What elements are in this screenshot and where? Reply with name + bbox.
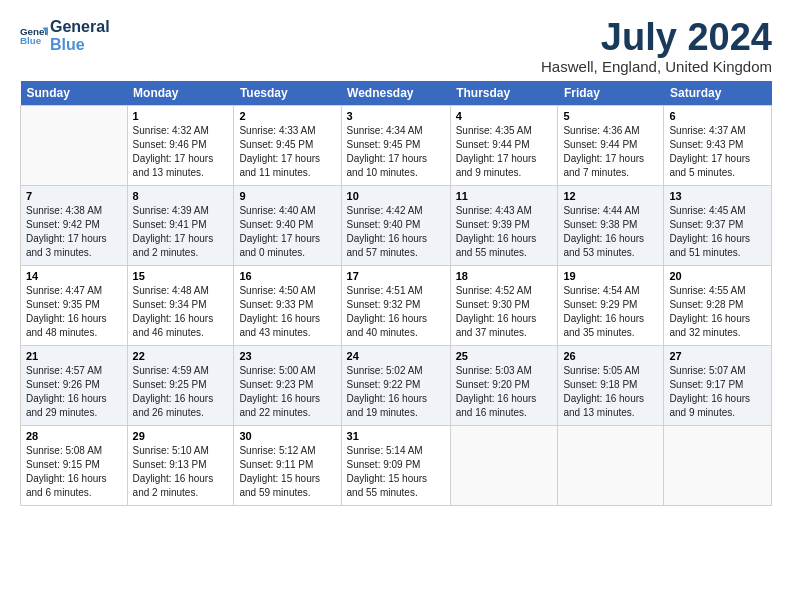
calendar-cell: 20Sunrise: 4:55 AMSunset: 9:28 PMDayligh… — [664, 266, 772, 346]
day-info: Sunrise: 4:59 AMSunset: 9:25 PMDaylight:… — [133, 364, 229, 420]
calendar-cell: 14Sunrise: 4:47 AMSunset: 9:35 PMDayligh… — [21, 266, 128, 346]
day-info: Sunrise: 4:39 AMSunset: 9:41 PMDaylight:… — [133, 204, 229, 260]
calendar-cell: 23Sunrise: 5:00 AMSunset: 9:23 PMDayligh… — [234, 346, 341, 426]
day-number: 22 — [133, 350, 229, 362]
calendar-body: 1Sunrise: 4:32 AMSunset: 9:46 PMDaylight… — [21, 106, 772, 506]
day-info: Sunrise: 4:34 AMSunset: 9:45 PMDaylight:… — [347, 124, 445, 180]
header-row: Sunday Monday Tuesday Wednesday Thursday… — [21, 81, 772, 106]
day-number: 5 — [563, 110, 658, 122]
day-number: 28 — [26, 430, 122, 442]
day-info: Sunrise: 5:14 AMSunset: 9:09 PMDaylight:… — [347, 444, 445, 500]
day-info: Sunrise: 4:42 AMSunset: 9:40 PMDaylight:… — [347, 204, 445, 260]
day-number: 25 — [456, 350, 553, 362]
calendar-cell: 7Sunrise: 4:38 AMSunset: 9:42 PMDaylight… — [21, 186, 128, 266]
day-info: Sunrise: 4:51 AMSunset: 9:32 PMDaylight:… — [347, 284, 445, 340]
title-block: July 2024 Haswell, England, United Kingd… — [541, 18, 772, 75]
calendar-cell: 28Sunrise: 5:08 AMSunset: 9:15 PMDayligh… — [21, 426, 128, 506]
day-number: 21 — [26, 350, 122, 362]
day-info: Sunrise: 4:57 AMSunset: 9:26 PMDaylight:… — [26, 364, 122, 420]
calendar-cell: 2Sunrise: 4:33 AMSunset: 9:45 PMDaylight… — [234, 106, 341, 186]
day-number: 14 — [26, 270, 122, 282]
day-info: Sunrise: 4:43 AMSunset: 9:39 PMDaylight:… — [456, 204, 553, 260]
calendar-cell — [21, 106, 128, 186]
day-number: 15 — [133, 270, 229, 282]
day-number: 4 — [456, 110, 553, 122]
month-title: July 2024 — [541, 18, 772, 56]
day-info: Sunrise: 4:37 AMSunset: 9:43 PMDaylight:… — [669, 124, 766, 180]
calendar-cell: 17Sunrise: 4:51 AMSunset: 9:32 PMDayligh… — [341, 266, 450, 346]
day-info: Sunrise: 4:35 AMSunset: 9:44 PMDaylight:… — [456, 124, 553, 180]
day-info: Sunrise: 5:03 AMSunset: 9:20 PMDaylight:… — [456, 364, 553, 420]
header-sunday: Sunday — [21, 81, 128, 106]
calendar-week-row: 7Sunrise: 4:38 AMSunset: 9:42 PMDaylight… — [21, 186, 772, 266]
day-number: 26 — [563, 350, 658, 362]
day-number: 13 — [669, 190, 766, 202]
day-number: 31 — [347, 430, 445, 442]
day-number: 27 — [669, 350, 766, 362]
calendar-cell: 21Sunrise: 4:57 AMSunset: 9:26 PMDayligh… — [21, 346, 128, 426]
calendar-cell: 25Sunrise: 5:03 AMSunset: 9:20 PMDayligh… — [450, 346, 558, 426]
day-info: Sunrise: 4:45 AMSunset: 9:37 PMDaylight:… — [669, 204, 766, 260]
calendar-cell: 5Sunrise: 4:36 AMSunset: 9:44 PMDaylight… — [558, 106, 664, 186]
day-number: 3 — [347, 110, 445, 122]
day-info: Sunrise: 4:44 AMSunset: 9:38 PMDaylight:… — [563, 204, 658, 260]
calendar-cell: 3Sunrise: 4:34 AMSunset: 9:45 PMDaylight… — [341, 106, 450, 186]
page-container: General Blue General Blue July 2024 Hasw… — [0, 0, 792, 516]
day-info: Sunrise: 4:50 AMSunset: 9:33 PMDaylight:… — [239, 284, 335, 340]
day-number: 19 — [563, 270, 658, 282]
logo: General Blue General Blue — [20, 18, 110, 53]
day-info: Sunrise: 5:02 AMSunset: 9:22 PMDaylight:… — [347, 364, 445, 420]
day-info: Sunrise: 5:10 AMSunset: 9:13 PMDaylight:… — [133, 444, 229, 500]
calendar-cell: 8Sunrise: 4:39 AMSunset: 9:41 PMDaylight… — [127, 186, 234, 266]
calendar-cell: 24Sunrise: 5:02 AMSunset: 9:22 PMDayligh… — [341, 346, 450, 426]
day-number: 24 — [347, 350, 445, 362]
day-info: Sunrise: 4:33 AMSunset: 9:45 PMDaylight:… — [239, 124, 335, 180]
day-number: 8 — [133, 190, 229, 202]
calendar-cell: 31Sunrise: 5:14 AMSunset: 9:09 PMDayligh… — [341, 426, 450, 506]
day-info: Sunrise: 5:05 AMSunset: 9:18 PMDaylight:… — [563, 364, 658, 420]
location: Haswell, England, United Kingdom — [541, 58, 772, 75]
day-info: Sunrise: 5:00 AMSunset: 9:23 PMDaylight:… — [239, 364, 335, 420]
day-info: Sunrise: 5:07 AMSunset: 9:17 PMDaylight:… — [669, 364, 766, 420]
calendar-cell: 6Sunrise: 4:37 AMSunset: 9:43 PMDaylight… — [664, 106, 772, 186]
calendar-week-row: 21Sunrise: 4:57 AMSunset: 9:26 PMDayligh… — [21, 346, 772, 426]
day-info: Sunrise: 5:08 AMSunset: 9:15 PMDaylight:… — [26, 444, 122, 500]
day-number: 23 — [239, 350, 335, 362]
calendar-cell: 9Sunrise: 4:40 AMSunset: 9:40 PMDaylight… — [234, 186, 341, 266]
day-number: 16 — [239, 270, 335, 282]
day-number: 9 — [239, 190, 335, 202]
day-info: Sunrise: 5:12 AMSunset: 9:11 PMDaylight:… — [239, 444, 335, 500]
header-tuesday: Tuesday — [234, 81, 341, 106]
calendar-week-row: 1Sunrise: 4:32 AMSunset: 9:46 PMDaylight… — [21, 106, 772, 186]
day-info: Sunrise: 4:52 AMSunset: 9:30 PMDaylight:… — [456, 284, 553, 340]
day-info: Sunrise: 4:38 AMSunset: 9:42 PMDaylight:… — [26, 204, 122, 260]
day-number: 17 — [347, 270, 445, 282]
calendar-cell: 10Sunrise: 4:42 AMSunset: 9:40 PMDayligh… — [341, 186, 450, 266]
calendar-week-row: 14Sunrise: 4:47 AMSunset: 9:35 PMDayligh… — [21, 266, 772, 346]
svg-text:Blue: Blue — [20, 35, 42, 46]
header-thursday: Thursday — [450, 81, 558, 106]
day-info: Sunrise: 4:48 AMSunset: 9:34 PMDaylight:… — [133, 284, 229, 340]
day-info: Sunrise: 4:36 AMSunset: 9:44 PMDaylight:… — [563, 124, 658, 180]
calendar-header: Sunday Monday Tuesday Wednesday Thursday… — [21, 81, 772, 106]
calendar-cell: 26Sunrise: 5:05 AMSunset: 9:18 PMDayligh… — [558, 346, 664, 426]
day-number: 1 — [133, 110, 229, 122]
calendar-cell: 30Sunrise: 5:12 AMSunset: 9:11 PMDayligh… — [234, 426, 341, 506]
day-number: 2 — [239, 110, 335, 122]
calendar-cell: 1Sunrise: 4:32 AMSunset: 9:46 PMDaylight… — [127, 106, 234, 186]
calendar-cell — [450, 426, 558, 506]
header: General Blue General Blue July 2024 Hasw… — [20, 18, 772, 75]
calendar-cell: 29Sunrise: 5:10 AMSunset: 9:13 PMDayligh… — [127, 426, 234, 506]
calendar-cell: 19Sunrise: 4:54 AMSunset: 9:29 PMDayligh… — [558, 266, 664, 346]
calendar-cell — [664, 426, 772, 506]
day-number: 29 — [133, 430, 229, 442]
calendar-cell: 13Sunrise: 4:45 AMSunset: 9:37 PMDayligh… — [664, 186, 772, 266]
calendar-cell: 15Sunrise: 4:48 AMSunset: 9:34 PMDayligh… — [127, 266, 234, 346]
day-info: Sunrise: 4:54 AMSunset: 9:29 PMDaylight:… — [563, 284, 658, 340]
calendar-cell: 18Sunrise: 4:52 AMSunset: 9:30 PMDayligh… — [450, 266, 558, 346]
day-number: 20 — [669, 270, 766, 282]
header-wednesday: Wednesday — [341, 81, 450, 106]
logo-icon: General Blue — [20, 22, 48, 50]
logo-text: General Blue — [50, 18, 110, 53]
calendar-week-row: 28Sunrise: 5:08 AMSunset: 9:15 PMDayligh… — [21, 426, 772, 506]
